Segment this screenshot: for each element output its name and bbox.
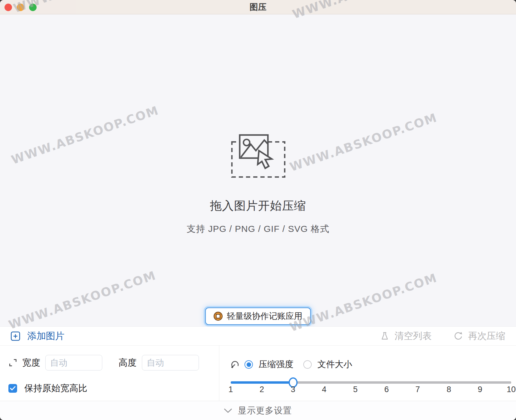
slider-tick-labels: 1 2 3 4 5 6 7 8 9 10	[231, 385, 511, 394]
minimize-icon[interactable]	[17, 4, 24, 11]
clear-list-button[interactable]: 清空列表	[380, 330, 432, 342]
refresh-icon	[453, 332, 463, 341]
add-plus-icon	[11, 332, 20, 341]
strength-label: 压缩强度	[259, 358, 293, 370]
tick-label: 5	[353, 385, 358, 394]
height-label: 高度	[118, 357, 136, 369]
promo-banner-button[interactable]: 轻量级协作记账应用	[205, 308, 311, 325]
clear-list-label: 清空列表	[394, 330, 432, 342]
dimension-row: 宽度 高度	[8, 355, 199, 370]
tick-label: 8	[447, 385, 451, 394]
tick-label: 7	[416, 385, 420, 394]
coin-icon	[214, 312, 223, 321]
traffic-lights	[4, 4, 37, 11]
add-images-label: 添加图片	[27, 330, 64, 342]
compression-mode-row: 压缩强度 文件大小	[230, 358, 352, 370]
tick-label: 2	[260, 385, 264, 394]
keep-ratio-checkbox[interactable]	[8, 384, 17, 393]
more-settings-label: 显示更多设置	[238, 405, 292, 417]
dimension-settings: 宽度 高度 保持原始宽高比	[0, 346, 219, 401]
supported-formats-text: 支持 JPG / PNG / GIF / SVG 格式	[0, 223, 516, 235]
filesize-radio[interactable]	[303, 360, 312, 369]
settings-panel: 宽度 高度 保持原始宽高比	[0, 346, 516, 401]
clear-flask-icon	[380, 332, 389, 341]
toolbar: 添加图片 清空列表 再次压缩	[0, 326, 516, 346]
resize-icon	[8, 358, 17, 367]
gauge-icon	[230, 360, 239, 369]
more-settings-button[interactable]: 显示更多设置	[0, 401, 516, 420]
width-input[interactable]	[45, 355, 102, 370]
width-label: 宽度	[22, 357, 40, 369]
image-drop-icon	[228, 133, 288, 181]
tick-label: 9	[478, 385, 482, 394]
titlebar: 图压	[0, 0, 516, 14]
app-window: 图压 拖入图片开始压缩 支持 JPG / PNG / GIF / SVG 格式 …	[0, 0, 516, 420]
drop-area[interactable]: 拖入图片开始压缩 支持 JPG / PNG / GIF / SVG 格式 轻量级…	[0, 14, 516, 326]
tick-label: 4	[322, 385, 326, 394]
filesize-label: 文件大小	[317, 358, 352, 370]
add-images-button[interactable]: 添加图片	[11, 330, 64, 342]
recompress-label: 再次压缩	[468, 330, 505, 342]
tick-label: 3	[291, 385, 295, 394]
keep-ratio-option[interactable]: 保持原始宽高比	[8, 382, 87, 394]
chevron-down-icon	[224, 409, 232, 413]
compression-settings: 压缩强度 文件大小 1 2 3 4 5 6 7 8 9 10	[220, 346, 516, 401]
promo-label: 轻量级协作记账应用	[227, 310, 302, 322]
recompress-button[interactable]: 再次压缩	[453, 330, 505, 342]
zoom-icon[interactable]	[29, 4, 37, 11]
toolbar-right: 清空列表 再次压缩	[380, 330, 505, 342]
height-input[interactable]	[142, 355, 199, 370]
tick-label: 6	[384, 385, 389, 394]
strength-radio[interactable]	[244, 360, 253, 369]
tick-label: 10	[507, 385, 516, 394]
slider-fill	[231, 381, 293, 384]
checkmark-icon	[10, 386, 16, 391]
window-title: 图压	[250, 2, 266, 13]
tick-label: 1	[228, 385, 233, 394]
keep-ratio-label: 保持原始宽高比	[24, 382, 87, 394]
close-icon[interactable]	[4, 4, 12, 11]
drop-hint-title: 拖入图片开始压缩	[0, 198, 516, 214]
